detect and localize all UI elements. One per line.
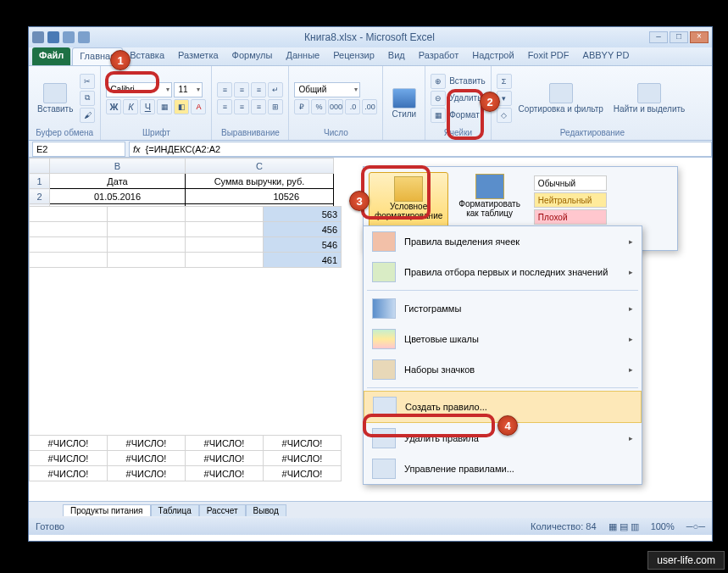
cell[interactable]: 456 [264, 222, 342, 237]
cell[interactable] [186, 253, 264, 268]
wrap-text-button[interactable]: ↵ [268, 82, 283, 97]
cell[interactable]: 01.05.2016 [50, 189, 186, 204]
insert-cells-icon[interactable]: ⊕ [431, 74, 446, 89]
cell-error[interactable]: #ЧИСЛО! [264, 436, 342, 451]
delete-cells-label[interactable]: Удалить [449, 93, 481, 103]
cut-icon[interactable]: ✂ [80, 74, 95, 89]
close-button[interactable]: × [690, 31, 709, 43]
autosum-icon[interactable]: Σ [497, 74, 512, 89]
menu-highlight-rules[interactable]: Правила выделения ячеек [364, 226, 642, 257]
save-icon[interactable] [47, 31, 59, 43]
cell-error[interactable]: #ЧИСЛО! [108, 466, 186, 481]
menu-data-bars[interactable]: Гистограммы [364, 293, 642, 324]
underline-button[interactable]: Ч [140, 99, 155, 114]
tab-dev[interactable]: Разработ [412, 47, 465, 65]
cell[interactable]: 10526 [186, 189, 334, 204]
tab-file[interactable]: Файл [32, 47, 70, 65]
cell-error[interactable]: #ЧИСЛО! [186, 466, 264, 481]
bold-button[interactable]: Ж [106, 99, 121, 114]
font-color-button[interactable]: A [191, 99, 206, 114]
select-all[interactable] [30, 159, 50, 174]
cell-error[interactable]: #ЧИСЛО! [30, 436, 108, 451]
cell[interactable] [186, 237, 264, 253]
sort-filter-button[interactable]: Сортировка и фильтр [515, 81, 607, 115]
number-format-combo[interactable]: Общий [294, 82, 360, 97]
font-name-combo[interactable]: Calibri [106, 82, 172, 97]
cell-error[interactable]: #ЧИСЛО! [30, 451, 108, 466]
tab-data[interactable]: Данные [279, 47, 326, 65]
cell-B1[interactable]: Дата [50, 174, 186, 189]
sheet-tab-4[interactable]: Вывод [246, 504, 286, 516]
increase-decimal-icon[interactable]: .0 [345, 99, 360, 114]
cell-error[interactable]: #ЧИСЛО! [108, 451, 186, 466]
cell[interactable] [108, 237, 186, 253]
cell[interactable] [108, 207, 186, 222]
cell[interactable] [108, 222, 186, 237]
delete-cells-icon[interactable]: ⊖ [431, 91, 446, 106]
minimize-button[interactable]: – [649, 31, 668, 43]
col-header-C[interactable]: C [186, 159, 334, 174]
paste-button[interactable]: Вставить [34, 81, 76, 115]
styles-button[interactable]: Стили [388, 86, 420, 120]
tab-abbyy[interactable]: ABBYY PD [576, 47, 636, 65]
cell[interactable] [108, 253, 186, 268]
align-center-icon[interactable]: ≡ [234, 99, 249, 114]
zoom-slider[interactable]: ─○─ [686, 521, 705, 531]
cell[interactable] [186, 207, 264, 222]
comma-icon[interactable]: 000 [328, 99, 343, 114]
cell[interactable] [30, 222, 108, 237]
undo-icon[interactable] [63, 31, 75, 43]
copy-icon[interactable]: ⧉ [80, 91, 95, 106]
cell-error[interactable]: #ЧИСЛО! [30, 466, 108, 481]
cell[interactable]: 546 [264, 237, 342, 253]
menu-manage-rules[interactable]: Управление правилами... [364, 453, 642, 484]
align-top-icon[interactable]: ≡ [217, 82, 232, 97]
italic-button[interactable]: К [123, 99, 138, 114]
border-button[interactable]: ▦ [157, 99, 172, 114]
cell-error[interactable]: #ЧИСЛО! [108, 436, 186, 451]
font-size-combo[interactable]: 11 [174, 82, 203, 97]
tab-review[interactable]: Рецензир [326, 47, 381, 65]
merge-button[interactable]: ⊞ [268, 99, 283, 114]
format-cells-icon[interactable]: ▦ [431, 108, 446, 123]
sheet-tab-3[interactable]: Рассчет [199, 504, 246, 516]
tab-insert[interactable]: Вставка [123, 47, 171, 65]
cell-C1[interactable]: Сумма выручки, руб. [186, 174, 334, 189]
fill-color-button[interactable]: ◧ [174, 99, 189, 114]
cell[interactable] [30, 207, 108, 222]
style-normal[interactable]: Обычный [534, 175, 607, 191]
cell[interactable]: 563 [264, 207, 342, 222]
tab-layout[interactable]: Разметка [171, 47, 225, 65]
tab-addins[interactable]: Надстрой [465, 47, 520, 65]
clear-icon[interactable]: ◇ [497, 108, 512, 123]
cell[interactable] [30, 237, 108, 253]
cell[interactable] [30, 253, 108, 268]
menu-color-scales[interactable]: Цветовые шкалы [364, 324, 642, 354]
menu-top-bottom-rules[interactable]: Правила отбора первых и последних значен… [364, 257, 642, 287]
row-header[interactable]: 1 [30, 174, 50, 189]
insert-cells-label[interactable]: Вставить [449, 76, 485, 86]
name-box[interactable]: E2 [32, 142, 125, 157]
col-header-B[interactable]: B [50, 159, 186, 174]
decrease-decimal-icon[interactable]: .00 [362, 99, 377, 114]
sheet-tab-2[interactable]: Таблица [151, 504, 199, 516]
menu-icon-sets[interactable]: Наборы значков [364, 354, 642, 385]
tab-foxit[interactable]: Foxit PDF [521, 47, 576, 65]
cell-error[interactable]: #ЧИСЛО! [186, 436, 264, 451]
formula-input[interactable]: fx{=ИНДЕКС(A2:A2 [129, 142, 712, 157]
sheet-tab-1[interactable]: Продукты питания [63, 504, 151, 516]
percent-icon[interactable]: % [311, 99, 326, 114]
tab-view[interactable]: Вид [381, 47, 412, 65]
row-header[interactable]: 2 [30, 189, 50, 204]
maximize-button[interactable]: □ [670, 31, 688, 43]
align-left-icon[interactable]: ≡ [217, 99, 232, 114]
format-cells-label[interactable]: Формат [449, 110, 480, 120]
cell-error[interactable]: #ЧИСЛО! [186, 451, 264, 466]
currency-icon[interactable]: ₽ [294, 99, 309, 114]
align-bottom-icon[interactable]: ≡ [251, 82, 266, 97]
align-middle-icon[interactable]: ≡ [234, 82, 249, 97]
cell[interactable]: 461 [264, 253, 342, 268]
style-neutral[interactable]: Нейтральный [534, 192, 607, 208]
cell[interactable] [186, 222, 264, 237]
find-select-button[interactable]: Найти и выделить [610, 81, 688, 115]
